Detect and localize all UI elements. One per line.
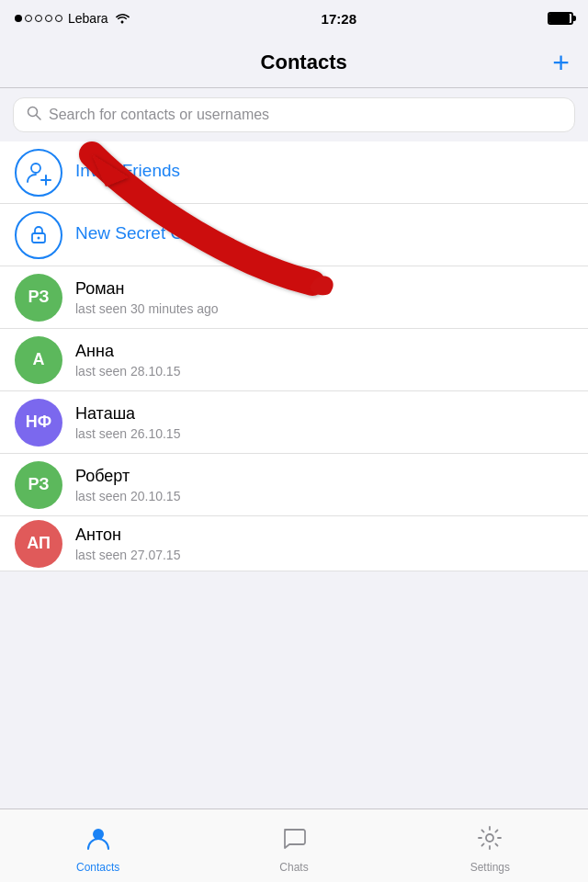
tab-bar: Contacts Chats Settings <box>0 808 588 882</box>
new-secret-chat-item[interactable]: New Secret Chat <box>0 204 588 266</box>
contacts-list: Invite Friends New Secret Chat РЗ Роман … <box>0 141 588 571</box>
contact-subtitle-anton: last seen 27.07.15 <box>75 548 573 562</box>
tab-chats-label: Chats <box>279 861 308 874</box>
search-icon <box>27 106 41 124</box>
add-contact-button[interactable]: + <box>552 48 570 77</box>
contact-content-anton: Антон last seen 27.07.15 <box>75 526 573 562</box>
battery-fill <box>549 14 570 23</box>
wifi-icon <box>114 11 130 27</box>
tab-settings-label: Settings <box>470 861 510 874</box>
contact-item-anton[interactable]: АП Антон last seen 27.07.15 <box>0 516 588 571</box>
contact-content-anna: Анна last seen 28.10.15 <box>75 342 573 379</box>
settings-tab-icon <box>477 825 503 857</box>
svg-point-6 <box>38 236 40 239</box>
tab-contacts-label: Contacts <box>76 861 119 874</box>
contacts-tab-icon <box>85 825 111 857</box>
contact-name-anna: Анна <box>75 342 573 361</box>
contact-item-natasha[interactable]: НФ Наташа last seen 26.10.15 <box>0 391 588 454</box>
contact-item-roman[interactable]: РЗ Роман last seen 30 minutes ago <box>0 266 588 329</box>
contact-subtitle-natasha: last seen 26.10.15 <box>75 426 573 441</box>
status-right <box>548 12 573 25</box>
tab-settings[interactable]: Settings <box>392 818 588 874</box>
contact-name-robert: Роберт <box>75 467 573 486</box>
search-placeholder: Search for contacts or usernames <box>49 107 269 123</box>
contact-item-anna[interactable]: А Анна last seen 28.10.15 <box>0 329 588 391</box>
contact-initials-roman: РЗ <box>28 288 49 307</box>
secret-chat-icon <box>15 211 62 259</box>
contact-name-anton: Антон <box>75 526 573 545</box>
signal-dot-1 <box>15 15 22 22</box>
svg-line-1 <box>37 116 41 120</box>
search-container: Search for contacts or usernames <box>0 88 588 141</box>
svg-point-9 <box>486 834 493 842</box>
invite-friends-label: Invite Friends <box>75 161 573 181</box>
chats-tab-icon <box>281 825 307 857</box>
status-time: 17:28 <box>322 11 356 27</box>
contact-initials-natasha: НФ <box>26 413 51 432</box>
invite-friends-icon <box>15 149 62 197</box>
signal-dot-2 <box>25 15 32 22</box>
svg-point-2 <box>31 164 40 173</box>
contact-name-roman: Роман <box>75 279 573 299</box>
contact-subtitle-anna: last seen 28.10.15 <box>75 364 573 379</box>
tab-contacts[interactable]: Contacts <box>0 818 196 874</box>
battery-icon <box>548 12 573 25</box>
contact-initials-anna: А <box>33 350 45 369</box>
status-bar: Lebara 17:28 <box>0 0 588 37</box>
contact-avatar-natasha: НФ <box>15 399 62 447</box>
status-left: Lebara <box>15 11 130 27</box>
contact-avatar-anton: АП <box>15 520 62 568</box>
nav-header: Contacts + <box>0 37 588 88</box>
contact-name-natasha: Наташа <box>75 404 573 424</box>
contact-item-robert[interactable]: РЗ Роберт last seen 20.10.15 <box>0 454 588 516</box>
contact-content-roman: Роман last seen 30 minutes ago <box>75 279 573 316</box>
contact-avatar-anna: А <box>15 336 62 384</box>
signal-icon <box>15 15 62 22</box>
contact-subtitle-robert: last seen 20.10.15 <box>75 489 573 503</box>
invite-friends-item[interactable]: Invite Friends <box>0 141 588 204</box>
signal-dot-3 <box>35 15 42 22</box>
contact-content-natasha: Наташа last seen 26.10.15 <box>75 404 573 441</box>
secret-chat-label: New Secret Chat <box>75 223 573 243</box>
invite-friends-content: Invite Friends <box>75 161 573 184</box>
secret-chat-content: New Secret Chat <box>75 223 573 246</box>
contact-avatar-roman: РЗ <box>15 274 62 322</box>
contact-subtitle-roman: last seen 30 minutes ago <box>75 301 573 316</box>
carrier-name: Lebara <box>68 11 108 26</box>
contact-avatar-robert: РЗ <box>15 461 62 509</box>
tab-chats[interactable]: Chats <box>196 818 391 874</box>
page-title: Contacts <box>261 51 347 74</box>
contact-initials-robert: РЗ <box>28 475 49 494</box>
signal-dot-5 <box>55 15 62 22</box>
signal-dot-4 <box>45 15 52 22</box>
contact-content-robert: Роберт last seen 20.10.15 <box>75 467 573 503</box>
search-bar[interactable]: Search for contacts or usernames <box>13 97 575 132</box>
contact-initials-anton: АП <box>27 534 51 553</box>
